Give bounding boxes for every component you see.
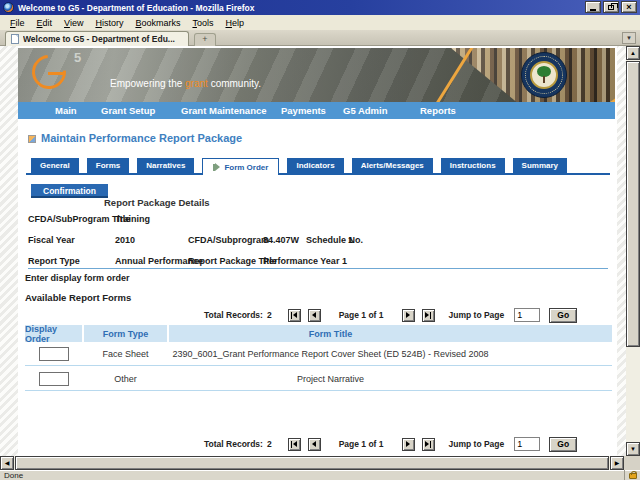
tagline-highlight: grant: [185, 78, 208, 89]
nav-payments[interactable]: Payments: [281, 105, 326, 116]
vertical-scroll-thumb[interactable]: [626, 61, 640, 347]
menu-edit[interactable]: Edit: [31, 17, 59, 29]
minimize-button[interactable]: [585, 1, 601, 13]
go-button[interactable]: Go: [549, 308, 577, 323]
section-title: Report Package Details: [104, 197, 210, 208]
report-package-title-value: Performance Year 1: [263, 256, 347, 266]
jump-to-page-input[interactable]: [514, 437, 540, 451]
g5-logo-icon: [48, 72, 65, 75]
tab-indicators[interactable]: Indicators: [287, 158, 343, 173]
tagline-suffix: community.: [211, 78, 261, 89]
menu-history[interactable]: History: [89, 17, 129, 29]
tab-list-dropdown[interactable]: ▼: [622, 32, 636, 44]
firefox-icon: [3, 2, 14, 13]
col-form-title: Form Title: [169, 325, 612, 342]
go-button[interactable]: Go: [549, 437, 577, 452]
tab-summary[interactable]: Summary: [513, 158, 567, 173]
nav-grant-setup[interactable]: Grant Setup: [101, 105, 155, 116]
col-display-order: Display Order: [25, 325, 82, 342]
page-title-icon: [28, 135, 36, 143]
page-indicator: Page 1 of 1: [339, 439, 384, 449]
table-row: Face Sheet 2390_6001_Grant Performance R…: [25, 342, 612, 366]
horizontal-scrollbar[interactable]: ◀ ▶: [0, 456, 624, 470]
prev-page-button[interactable]: [308, 309, 321, 322]
close-button[interactable]: ×: [621, 1, 637, 13]
tab-general[interactable]: General: [31, 158, 79, 173]
menu-bar: File Edit View History Bookmarks Tools H…: [0, 15, 640, 30]
menu-help[interactable]: Help: [219, 17, 250, 29]
display-order-input[interactable]: [39, 372, 69, 386]
jump-to-page-label: Jump to Page: [449, 310, 505, 320]
title-bar[interactable]: Welcome to G5 - Department of Education …: [0, 0, 640, 15]
form-title-cell: 2390_6001_Grant Performance Report Cover…: [169, 342, 612, 366]
window-title: Welcome to G5 - Department of Education …: [18, 3, 254, 13]
vertical-scrollbar[interactable]: ▲ ▼: [626, 46, 640, 456]
prev-page-button[interactable]: [308, 438, 321, 451]
table-row: Other Project Narrative: [25, 367, 612, 391]
restore-button[interactable]: [603, 1, 619, 13]
minimize-icon: [590, 9, 596, 11]
total-records-label: Total Records:: [204, 439, 263, 449]
form-type-cell: Other: [84, 367, 167, 391]
pagination-bottom: Total Records: 2 Page 1 of 1 Jump to Pag…: [204, 436, 577, 452]
cfda-subprogram-label: CFDA/Subprogram: [188, 235, 269, 245]
page-icon: [11, 34, 19, 44]
tab-instructions[interactable]: Instructions: [441, 158, 505, 173]
nav-main[interactable]: Main: [55, 105, 77, 116]
scroll-right-button[interactable]: ▶: [610, 456, 624, 470]
page-title: Maintain Performance Report Package: [41, 132, 242, 144]
next-page-button[interactable]: [402, 309, 415, 322]
new-tab-button[interactable]: +: [194, 33, 216, 46]
menu-tools[interactable]: Tools: [186, 17, 219, 29]
report-type-label: Report Type: [28, 256, 80, 266]
tab-form-order[interactable]: Form Order: [202, 158, 279, 175]
first-page-button[interactable]: [288, 309, 301, 322]
list-title: Available Report Forms: [25, 292, 131, 303]
scroll-up-button[interactable]: ▲: [626, 46, 640, 60]
nav-reports[interactable]: Reports: [420, 105, 456, 116]
browser-tab-title: Welcome to G5 - Department of Edu...: [23, 34, 175, 44]
tagline-prefix: Empowering the: [110, 78, 182, 89]
col-form-type: Form Type: [84, 325, 167, 342]
cfda-subprogram-value: 84.407W: [263, 235, 299, 245]
tab-alerts-messages[interactable]: Alerts/Messages: [352, 158, 433, 173]
form-title-cell: Project Narrative: [169, 367, 612, 391]
pagination-top: Total Records: 2 Page 1 of 1 Jump to Pag…: [204, 307, 577, 323]
form-order-icon: [213, 163, 220, 171]
tabs-underline: [26, 173, 610, 175]
g5-logo-5: 5: [74, 50, 81, 65]
fiscal-year-value: 2010: [115, 235, 135, 245]
package-tabs: General Forms Narratives Form Order Indi…: [31, 158, 567, 173]
menu-file[interactable]: File: [4, 17, 31, 29]
instruction-text: Enter display form order: [25, 273, 130, 283]
browser-tab[interactable]: Welcome to G5 - Department of Edu...: [5, 31, 189, 46]
total-records-label: Total Records:: [204, 310, 263, 320]
tab-narratives[interactable]: Narratives: [137, 158, 194, 173]
scrollbar-corner: [624, 456, 640, 470]
tab-confirmation[interactable]: Confirmation: [31, 184, 108, 198]
jump-to-page-input[interactable]: [514, 308, 540, 322]
display-order-input[interactable]: [39, 347, 69, 361]
menu-view[interactable]: View: [58, 17, 89, 29]
last-page-button[interactable]: [422, 309, 435, 322]
fiscal-year-label: Fiscal Year: [28, 235, 75, 245]
restore-icon: [608, 5, 614, 10]
horizontal-scroll-thumb[interactable]: [15, 456, 609, 470]
page-indicator: Page 1 of 1: [339, 310, 384, 320]
schedule-no-label: Schedule No.: [306, 235, 363, 245]
total-records-value: 2: [267, 310, 272, 320]
seal-tree-icon: [530, 61, 558, 89]
next-page-button[interactable]: [402, 438, 415, 451]
table-header: Display Order Form Type Form Title: [25, 325, 612, 342]
tab-forms[interactable]: Forms: [87, 158, 129, 173]
main-nav: Main Grant Setup Grant Maintenance Payme…: [18, 102, 615, 119]
menu-bookmarks[interactable]: Bookmarks: [129, 17, 186, 29]
first-page-button[interactable]: [288, 438, 301, 451]
nav-grant-maintenance[interactable]: Grant Maintenance: [181, 105, 267, 116]
nav-g5-admin[interactable]: G5 Admin: [343, 105, 388, 116]
tab-form-order-label: Form Order: [224, 163, 268, 172]
scroll-left-button[interactable]: ◀: [0, 456, 14, 470]
last-page-button[interactable]: [422, 438, 435, 451]
department-of-education-seal: [521, 52, 567, 98]
scroll-down-button[interactable]: ▼: [626, 442, 640, 456]
